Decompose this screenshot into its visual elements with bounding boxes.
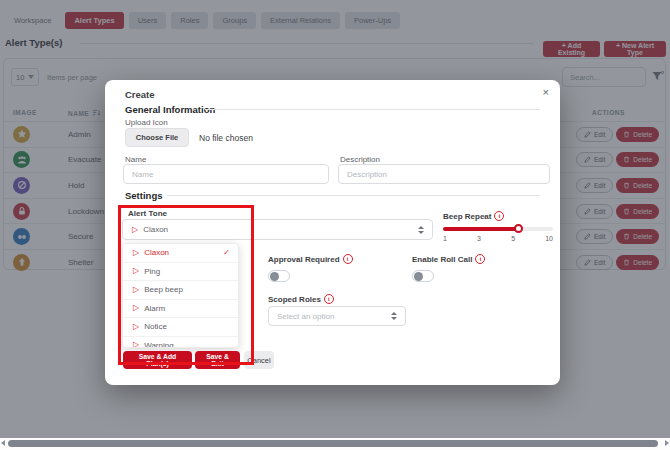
- check-icon: ✓: [223, 248, 230, 257]
- play-icon[interactable]: ▷: [133, 341, 139, 348]
- scoped-roles-label: Scoped Roles: [268, 294, 334, 304]
- cancel-button[interactable]: Cancel: [244, 351, 274, 369]
- scroll-right-icon[interactable]: [665, 440, 669, 446]
- alert-tone-dropdown: ▷ Claxon ✓ ▷ Ping ✓ ▷ Beep beep ✓ ▷ Alar…: [122, 243, 239, 348]
- description-field[interactable]: [338, 164, 550, 184]
- info-icon[interactable]: [494, 211, 504, 221]
- play-icon[interactable]: ▷: [133, 249, 139, 257]
- select-chevrons-icon: [418, 226, 424, 234]
- scrollbar-thumb[interactable]: [8, 440, 658, 447]
- alert-tone-option[interactable]: ▷ Ping ✓: [123, 262, 238, 281]
- choose-file-button[interactable]: Choose File: [125, 128, 189, 147]
- select-chevrons-icon: [391, 312, 397, 320]
- alert-tone-option[interactable]: ▷ Claxon ✓: [123, 244, 238, 262]
- save-exit-button[interactable]: Save & Exit: [195, 351, 240, 369]
- general-info-heading: General Information: [125, 104, 215, 115]
- modal-title: Create: [125, 89, 155, 100]
- section-divider: [205, 109, 540, 110]
- no-file-chosen-text: No file chosen: [199, 133, 253, 143]
- info-icon[interactable]: [324, 294, 334, 304]
- approval-required-toggle[interactable]: [268, 270, 290, 282]
- tick-label: 1: [443, 235, 447, 242]
- alert-tone-select[interactable]: ▷ Claxon: [122, 219, 433, 240]
- alert-tone-option[interactable]: ▷ Notice ✓: [123, 317, 238, 336]
- scroll-left-icon[interactable]: [1, 440, 5, 446]
- play-icon[interactable]: ▷: [132, 226, 138, 234]
- play-icon[interactable]: ▷: [133, 323, 139, 331]
- description-label: Description: [340, 155, 380, 164]
- alert-tone-option[interactable]: ▷ Beep beep ✓: [123, 280, 238, 299]
- scoped-roles-select[interactable]: Select an option: [268, 306, 406, 326]
- beep-repeat-label: Beep Repeat: [443, 211, 504, 221]
- tick-label: 3: [477, 235, 481, 242]
- alert-tone-value: Claxon: [143, 225, 168, 234]
- create-modal: Create × General Information Upload Icon…: [105, 80, 560, 385]
- play-icon[interactable]: ▷: [133, 286, 139, 294]
- name-field[interactable]: [123, 164, 329, 184]
- enable-roll-call-label: Enable Roll Call: [412, 254, 485, 264]
- alert-tone-option[interactable]: ▷ Warning ✓: [123, 336, 238, 349]
- close-icon[interactable]: ×: [543, 85, 549, 99]
- slider-knob[interactable]: [514, 224, 523, 233]
- settings-heading: Settings: [125, 190, 162, 201]
- info-icon[interactable]: [475, 254, 485, 264]
- horizontal-scrollbar[interactable]: [0, 438, 670, 450]
- info-icon[interactable]: [343, 254, 353, 264]
- scoped-roles-placeholder: Select an option: [277, 312, 334, 321]
- tick-label: 10: [545, 235, 553, 242]
- enable-roll-call-toggle[interactable]: [412, 270, 434, 282]
- approval-required-label: Approval Required: [268, 254, 353, 264]
- upload-icon-label: Upload Icon: [125, 118, 168, 127]
- tick-label: 5: [511, 235, 515, 242]
- slider-tick-labels: 13510: [443, 235, 553, 242]
- save-add-plans-button[interactable]: Save & Add Plan(s): [123, 351, 192, 369]
- beep-repeat-slider[interactable]: [443, 225, 553, 233]
- section-divider: [167, 195, 540, 196]
- alert-tone-option[interactable]: ▷ Alarm ✓: [123, 299, 238, 318]
- alert-tone-label: Alert Tone: [128, 209, 167, 218]
- play-icon[interactable]: ▷: [133, 267, 139, 275]
- name-label: Name: [125, 155, 146, 164]
- play-icon[interactable]: ▷: [133, 304, 139, 312]
